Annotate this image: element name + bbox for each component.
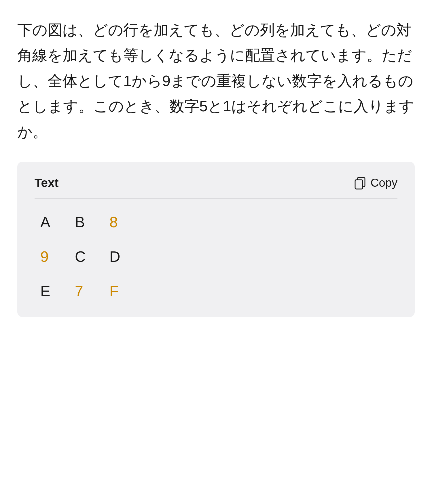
grid-cell: A [40,213,75,231]
code-block-header: Text Copy [35,176,397,190]
copy-icon [353,176,367,190]
grid-cell: 8 [109,213,144,231]
code-label: Text [35,176,58,190]
copy-label: Copy [371,176,397,189]
grid-cell: E [40,282,75,300]
grid-cell: 9 [40,248,75,265]
copy-button[interactable]: Copy [353,176,397,190]
grid-table: AB89CDE7F [35,213,397,300]
svg-rect-1 [355,180,363,189]
divider [35,198,397,199]
grid-cell: D [109,248,144,265]
question-text: 下の図は、どの行を加えても、どの列を加えても、どの対角線を加えても等しくなるよう… [17,17,415,144]
grid-cell: F [109,282,144,300]
code-block: Text Copy AB89CDE7F [17,162,415,317]
grid-cell: 7 [75,282,109,300]
grid-cell: C [75,248,109,265]
grid-cell: B [75,213,109,231]
